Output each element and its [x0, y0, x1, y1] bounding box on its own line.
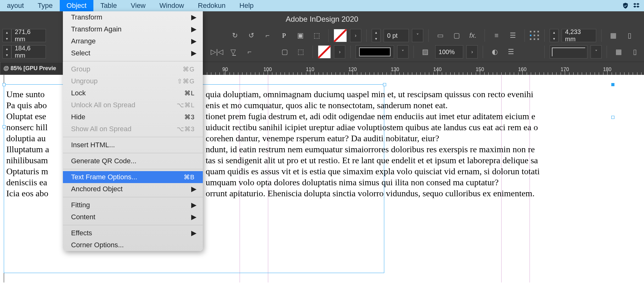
menu-item-transform-again[interactable]: Transform Again▶ [63, 23, 203, 35]
menu-item-label: Arrange [71, 37, 96, 45]
frame-handle-selected[interactable] [611, 83, 614, 86]
column-guide [501, 75, 502, 282]
menu-help[interactable]: Help [232, 0, 260, 11]
text-line: tionet prem fugia destrum et, adi odit o… [206, 111, 535, 122]
grid-icon[interactable]: ▦ [607, 29, 620, 42]
fill-dropdown[interactable]: › [350, 29, 361, 42]
menu-item-shortcut: ⌥⌘3 [177, 125, 195, 133]
menu-bar: ayout Type Object Table View Window Redo… [0, 0, 644, 11]
w-stepper[interactable]: ▴▾ [550, 29, 558, 42]
frame-handle[interactable] [383, 83, 386, 86]
fx-icon[interactable]: fx. [466, 29, 480, 42]
text-line: tas si sendigenit alit ut pro et ut rest… [206, 155, 538, 166]
corner-bracket-icon: ⌐ [261, 29, 274, 42]
menu-layout[interactable]: ayout [0, 0, 31, 11]
flip-v-icon[interactable]: ▽̲ [227, 45, 240, 59]
opacity-dropdown[interactable]: › [466, 45, 478, 59]
cell2-icon[interactable]: ▯ [628, 45, 641, 59]
text-wrap-none-icon[interactable]: ▭ [434, 29, 447, 42]
reference-point[interactable] [530, 31, 539, 40]
stroke-style-dropdown[interactable]: ˅ [397, 45, 408, 59]
grid2-icon[interactable]: ▦ [612, 45, 625, 59]
menu-item-content[interactable]: Content▶ [63, 211, 203, 223]
menu-item-show-all-on-spread: Show All on Spread⌥⌘3 [63, 123, 203, 135]
frame-handle[interactable] [611, 116, 614, 119]
select-content-icon[interactable]: ▢ [278, 45, 291, 59]
text-line: Pa quis abo [6, 100, 47, 111]
text-line: uiducit rectibu sanihil icipiet ureptur … [206, 122, 538, 133]
rotate-cw-icon[interactable]: ↻ [228, 29, 242, 42]
stroke-swatch[interactable] [318, 45, 331, 59]
y-stepper[interactable]: ▴▾ [3, 45, 11, 59]
menu-item-corner-options[interactable]: Corner Options... [63, 239, 203, 251]
menu-item-label: Text Frame Options... [71, 173, 137, 181]
menu-item-fitting[interactable]: Fitting▶ [63, 199, 203, 211]
x-field-group: ▴▾ 271,6 mm [3, 29, 46, 42]
frame-handle[interactable] [3, 83, 6, 86]
shield-icon[interactable] [622, 2, 629, 9]
ruler-label: 140 [433, 67, 442, 72]
fill-swatch[interactable] [334, 29, 347, 42]
menu-item-label: Select [71, 49, 90, 57]
corner-shape-preview [550, 45, 587, 59]
menu-object[interactable]: Object [60, 0, 94, 11]
text-line: Ume sunto [6, 89, 45, 100]
menu-item-select[interactable]: Select▶ [63, 47, 203, 59]
gradient-icon[interactable]: ◐ [488, 45, 501, 59]
menu-item-effects[interactable]: Effects▶ [63, 227, 203, 239]
menu-redokun[interactable]: Redokun [191, 0, 232, 11]
opacity-field[interactable]: 100% [435, 45, 464, 59]
text-line: ndunt, id eatin restrum nem eumquatur si… [206, 144, 535, 155]
menu-item-lock[interactable]: Lock⌘L [63, 87, 203, 99]
menu-type[interactable]: Type [31, 0, 60, 11]
align-left-icon[interactable]: ≡ [490, 29, 503, 42]
cell-icon[interactable]: ▯ [623, 29, 636, 42]
menu-table[interactable]: Table [93, 0, 124, 11]
stroke-weight-field[interactable]: 0 pt [384, 29, 409, 42]
menu-item-insert-html[interactable]: Insert HTML... [63, 139, 203, 151]
ruler-label: 150 [476, 67, 484, 72]
ruler-label: 110 [306, 67, 314, 72]
menu-item-transform[interactable]: Transform▶ [63, 11, 203, 23]
menu-item-label: Anchored Object [71, 185, 123, 193]
corner-shape-dropdown[interactable]: ˅ [591, 45, 602, 59]
ruler-label: 170 [561, 67, 569, 72]
ruler-label: 130 [391, 67, 399, 72]
menu-item-hide[interactable]: Hide⌘3 [63, 111, 203, 123]
flip-h-icon[interactable]: ▷|◁ [210, 45, 224, 59]
select-container-icon[interactable]: ▣ [294, 29, 307, 42]
menu-item-label: Effects [71, 229, 92, 237]
dropbox-icon[interactable] [633, 2, 640, 9]
text-wrap-bbox-icon[interactable]: ▢ [450, 29, 463, 42]
align-justify-icon[interactable]: ☰ [504, 45, 518, 59]
ruler-label: 100 [264, 67, 272, 72]
column-guide [530, 75, 530, 282]
menu-item-shortcut: ⌘B [184, 173, 195, 181]
stroke-dropdown[interactable]: › [334, 45, 345, 59]
frame-inport[interactable] [3, 125, 6, 128]
menu-item-anchored-object[interactable]: Anchored Object▶ [63, 183, 203, 195]
menu-item-shortcut: ⌘L [184, 89, 195, 97]
flow-parent-icon[interactable]: ⬚ [310, 29, 323, 42]
menu-window[interactable]: Window [153, 0, 191, 11]
y-field[interactable]: 184,6 mm [11, 45, 46, 59]
menu-item-group: Group⌘G [63, 63, 203, 75]
document-tab[interactable]: @ 85% [GPU Previe [0, 62, 63, 75]
x-stepper[interactable]: ▴▾ [3, 29, 11, 42]
menu-item-generate-qr-code[interactable]: Generate QR Code... [63, 155, 203, 167]
rotate-ccw-icon[interactable]: ↺ [245, 29, 258, 42]
menu-item-ungroup: Ungroup⇧⌘G [63, 75, 203, 87]
menu-item-arrange[interactable]: Arrange▶ [63, 35, 203, 47]
text-line: Icia eos abo [6, 188, 48, 199]
stroke-stepper[interactable]: ▴▾ [372, 29, 380, 42]
menu-item-label: Show All on Spread [71, 125, 131, 133]
menu-view[interactable]: View [124, 0, 153, 11]
flow-child-icon[interactable]: ⬚ [294, 45, 308, 59]
width-field[interactable]: 4,233 mm [562, 29, 596, 42]
stroke-weight-dropdown[interactable]: ˅ [412, 29, 423, 42]
columns-icon[interactable]: ☰ [506, 29, 519, 42]
x-field[interactable]: 271,6 mm [11, 29, 46, 42]
menu-item-label: Unlock All on Spread [71, 101, 135, 109]
app-title: Adobe InDesign 2020 [286, 15, 358, 24]
menu-item-text-frame-options[interactable]: Text Frame Options...⌘B [63, 171, 203, 183]
